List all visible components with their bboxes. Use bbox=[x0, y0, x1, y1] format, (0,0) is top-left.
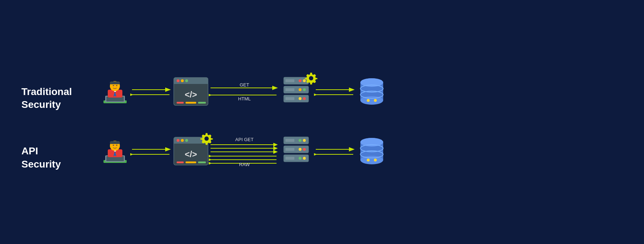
svg-rect-38 bbox=[285, 97, 294, 100]
svg-text:</>: </> bbox=[185, 90, 197, 99]
svg-point-15 bbox=[177, 79, 179, 82]
traditional-security-row: Traditional Security bbox=[21, 73, 623, 111]
svg-point-16 bbox=[181, 79, 184, 82]
svg-rect-61 bbox=[116, 145, 117, 146]
svg-point-50 bbox=[367, 99, 370, 102]
main-container: Traditional Security bbox=[0, 0, 644, 244]
svg-rect-7 bbox=[110, 81, 120, 84]
svg-rect-9 bbox=[116, 85, 117, 86]
database-icon-traditional bbox=[357, 76, 387, 108]
svg-point-69 bbox=[185, 139, 188, 142]
svg-point-51 bbox=[374, 99, 377, 102]
person-icon-api bbox=[100, 136, 130, 168]
database-icon-api bbox=[357, 136, 387, 168]
arrow-server-to-db-api bbox=[314, 143, 357, 161]
svg-point-67 bbox=[177, 139, 179, 142]
svg-point-30 bbox=[299, 79, 301, 82]
svg-point-68 bbox=[181, 139, 184, 142]
svg-text:API GET: API GET bbox=[235, 138, 253, 142]
svg-rect-95 bbox=[285, 157, 294, 160]
svg-rect-59 bbox=[110, 141, 120, 144]
server-icon-api bbox=[280, 135, 314, 169]
svg-point-17 bbox=[185, 79, 188, 82]
arrow-person-to-browser-trad bbox=[130, 83, 173, 101]
svg-point-74 bbox=[204, 136, 209, 141]
svg-point-34 bbox=[303, 88, 306, 91]
svg-point-41 bbox=[309, 76, 313, 80]
svg-point-106 bbox=[367, 159, 370, 161]
svg-point-40 bbox=[299, 97, 301, 100]
svg-rect-19 bbox=[177, 102, 184, 104]
svg-rect-71 bbox=[177, 161, 184, 163]
api-security-row: API Security bbox=[21, 133, 623, 171]
svg-rect-20 bbox=[186, 102, 196, 104]
browser-icon-api: </> bbox=[173, 136, 209, 167]
svg-rect-21 bbox=[198, 102, 206, 104]
svg-rect-28 bbox=[285, 79, 294, 82]
svg-point-86 bbox=[303, 139, 306, 142]
svg-rect-72 bbox=[186, 161, 196, 163]
svg-rect-60 bbox=[113, 145, 114, 146]
svg-point-96 bbox=[303, 157, 306, 160]
gear-icon-browser-api bbox=[200, 132, 213, 145]
svg-rect-73 bbox=[198, 161, 206, 163]
arrow-server-to-db-trad bbox=[314, 83, 357, 101]
svg-rect-33 bbox=[285, 88, 294, 91]
server-icon-traditional bbox=[280, 75, 314, 109]
svg-point-39 bbox=[303, 97, 306, 100]
browser-icon-traditional: </> bbox=[173, 77, 209, 108]
svg-point-92 bbox=[299, 148, 301, 151]
svg-point-103 bbox=[360, 138, 383, 146]
svg-text:GET: GET bbox=[240, 82, 249, 88]
api-security-label: API Security bbox=[21, 133, 100, 171]
svg-point-47 bbox=[360, 78, 383, 87]
svg-point-87 bbox=[299, 139, 301, 142]
arrow-browser-to-server-api: API GET RAW bbox=[209, 138, 280, 166]
svg-text:HTML: HTML bbox=[238, 96, 250, 101]
gear-icon-server-traditional bbox=[305, 72, 318, 85]
person-icon-traditional bbox=[100, 76, 130, 108]
traditional-security-label: Traditional Security bbox=[21, 73, 100, 111]
arrow-person-to-browser-api bbox=[130, 143, 173, 161]
arrow-browser-to-server-trad: GET HTML bbox=[209, 81, 280, 103]
svg-point-107 bbox=[374, 159, 377, 161]
svg-rect-8 bbox=[113, 85, 114, 86]
svg-point-91 bbox=[303, 148, 306, 151]
svg-point-35 bbox=[299, 88, 301, 91]
svg-text:</>: </> bbox=[185, 149, 197, 159]
svg-rect-90 bbox=[285, 148, 294, 151]
svg-rect-85 bbox=[285, 139, 294, 142]
svg-point-97 bbox=[299, 157, 301, 160]
svg-text:RAW: RAW bbox=[239, 162, 250, 166]
